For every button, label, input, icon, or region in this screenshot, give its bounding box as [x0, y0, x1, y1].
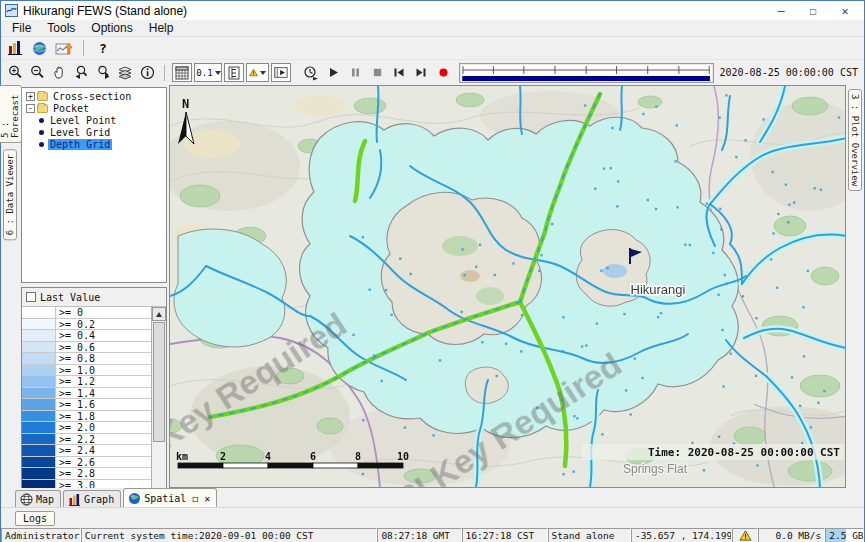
tree-item-depth-grid[interactable]: Depth Grid	[37, 138, 166, 150]
pause-button[interactable]	[345, 63, 365, 83]
legend-row[interactable]: >= 0.4	[22, 330, 151, 342]
legend-row[interactable]: >= 2.2	[22, 434, 151, 446]
precision-value: 0.1	[196, 68, 212, 78]
precision-dropdown[interactable]: 0.1	[194, 63, 222, 82]
play-button[interactable]	[323, 63, 343, 83]
step-first-button[interactable]	[389, 63, 409, 83]
grid-icon	[175, 66, 189, 80]
legend-label: >= 2.0	[56, 422, 98, 433]
logs-button[interactable]: Logs	[15, 511, 55, 526]
zoom-previous-button[interactable]	[71, 63, 91, 83]
map-canvas[interactable]: API Key Required API Key Required Hikura…	[170, 86, 846, 487]
svg-text:8: 8	[355, 451, 361, 462]
expand-icon[interactable]: +	[26, 92, 35, 101]
memory-cell[interactable]: 2.5 GB	[825, 528, 864, 542]
chevron-down-icon	[260, 71, 266, 75]
grid-display-button[interactable]	[172, 63, 192, 82]
legend-row[interactable]: >= 2.4	[22, 445, 151, 457]
legend-swatch	[22, 457, 56, 468]
legend-row[interactable]: >= 1.6	[22, 399, 151, 411]
info-button[interactable]	[137, 63, 157, 83]
minimize-button[interactable]: –	[774, 4, 788, 18]
time-slider[interactable]	[459, 63, 713, 83]
legend-row[interactable]: >= 0.6	[22, 342, 151, 354]
tab-data-viewer[interactable]: 6 : Data Viewer	[3, 149, 17, 240]
menu-options[interactable]: Options	[84, 20, 139, 36]
legend-row[interactable]: >= 2.0	[22, 422, 151, 434]
scrollbar-thumb[interactable]	[153, 322, 165, 442]
tab-map[interactable]: Map	[15, 490, 61, 507]
stop-button[interactable]	[367, 63, 387, 83]
menu-help[interactable]: Help	[142, 20, 181, 36]
last-value-checkbox[interactable]	[26, 292, 36, 302]
legend-swatch	[22, 411, 56, 422]
tree-item-label: Depth Grid	[48, 139, 112, 150]
tab-graph[interactable]: Graph	[63, 490, 121, 507]
scroll-up-button[interactable]	[152, 307, 166, 321]
warning-dropdown[interactable]	[246, 63, 269, 82]
legend-row[interactable]: >= 2.6	[22, 457, 151, 469]
step-last-button[interactable]	[411, 63, 431, 83]
warning-triangle-icon	[739, 530, 752, 541]
tab-plot-overview[interactable]: 3 : Plot Overview	[848, 89, 862, 191]
legend-row[interactable]: >= 1.2	[22, 376, 151, 388]
legend-panel: Last Value >= 0 >= 0.2	[21, 287, 167, 504]
legend-row[interactable]: >= 0	[22, 307, 151, 319]
toolbar-separator	[83, 40, 84, 56]
legend-swatch	[22, 376, 56, 387]
menu-file[interactable]: File	[5, 20, 38, 36]
layers-icon	[117, 65, 133, 80]
collapse-icon[interactable]: -	[26, 104, 35, 113]
map-toolbar: 0.1	[1, 59, 864, 85]
legend-label: >= 1.6	[56, 399, 98, 410]
tree-item-level-point[interactable]: Level Point	[37, 114, 166, 126]
spatial-display-button[interactable]	[29, 38, 49, 58]
legend-label: >= 2.4	[56, 445, 98, 456]
legend-list: >= 0 >= 0.2 >= 0.4	[22, 307, 151, 503]
import-status-button[interactable]	[53, 38, 74, 58]
tab-close-icon[interactable]: ✕	[204, 493, 210, 504]
tree-item-level-grid[interactable]: Level Grid	[37, 126, 166, 138]
legend-swatch	[22, 422, 56, 433]
profile-button[interactable]	[224, 63, 244, 82]
help-button[interactable]: ?	[93, 38, 113, 58]
system-time-cell: Current system time:2020-09-01 00:00 CST	[81, 528, 378, 542]
legend-label: >= 2.6	[56, 457, 98, 468]
tab-spatial[interactable]: Spatial ◻ ✕	[123, 488, 217, 507]
title-bar[interactable]: Hikurangi FEWS (Stand alone) – ☐ ✕	[1, 1, 864, 20]
scrollbar-track[interactable]	[152, 443, 166, 489]
layers-button[interactable]	[115, 63, 135, 83]
left-tab-strip: 5 : Forecast 6 : Data Viewer	[1, 85, 19, 488]
legend-label: >= 0	[56, 307, 86, 318]
zoom-next-button[interactable]	[93, 63, 113, 83]
record-button[interactable]	[433, 63, 453, 83]
legend-row[interactable]: >= 1.0	[22, 365, 151, 377]
tree-item-cross-section[interactable]: + Cross-section	[26, 90, 166, 102]
legend-label: >= 1.4	[56, 388, 98, 399]
legend-row[interactable]: >= 2.8	[22, 468, 151, 480]
tab-maximize-icon[interactable]: ◻	[192, 493, 198, 504]
legend-scrollbar[interactable]	[151, 307, 166, 503]
filter-tree: + Cross-section - Pocket Level Point Lev…	[21, 87, 167, 283]
pan-button[interactable]	[49, 63, 69, 83]
legend-row[interactable]: >= 1.8	[22, 411, 151, 423]
movie-player-button[interactable]	[271, 63, 291, 82]
warning-cell[interactable]	[732, 528, 758, 542]
globe-icon	[32, 41, 47, 56]
menu-tools[interactable]: Tools	[40, 20, 82, 36]
tab-forecast[interactable]: 5 : Forecast	[0, 85, 22, 143]
maximize-button[interactable]: ☐	[806, 4, 820, 18]
folder-icon	[37, 92, 48, 101]
animate-button[interactable]	[301, 63, 321, 83]
legend-row[interactable]: >= 1.4	[22, 388, 151, 400]
last-value-label: Last Value	[40, 292, 100, 303]
zoom-in-button[interactable]	[5, 63, 25, 83]
legend-row[interactable]: >= 0.8	[22, 353, 151, 365]
close-button[interactable]: ✕	[838, 4, 852, 18]
data-display-button[interactable]	[5, 38, 25, 58]
zoom-out-button[interactable]	[27, 63, 47, 83]
legend-swatch	[22, 399, 56, 410]
legend-row[interactable]: >= 0.2	[22, 319, 151, 331]
zoom-previous-icon	[74, 65, 89, 80]
tree-item-pocket[interactable]: - Pocket	[26, 102, 166, 114]
